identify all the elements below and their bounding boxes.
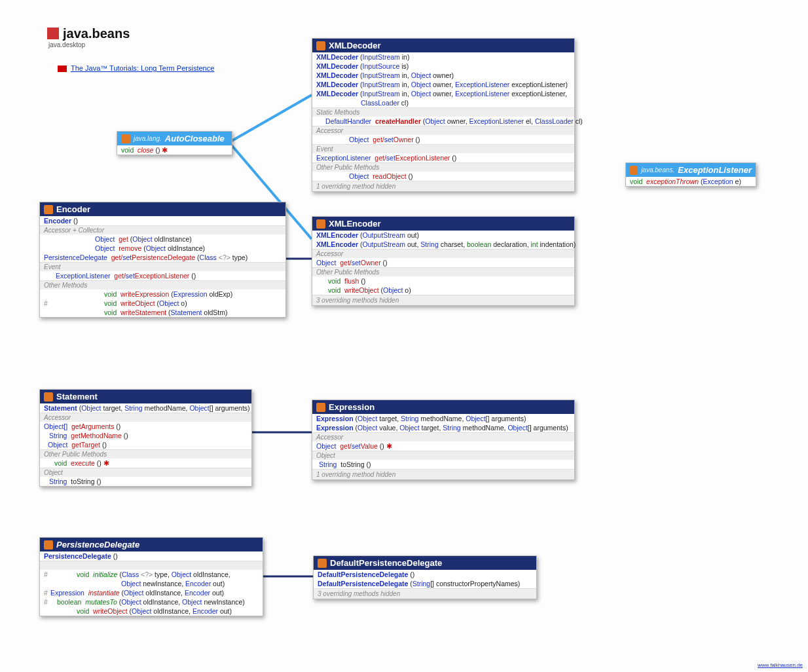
cup-icon [121, 134, 130, 143]
overriding-note: 3 overriding methods hidden [312, 295, 574, 305]
class-header: XMLDecoder [312, 39, 574, 52]
method-exceptionlistener: ExceptionListener get/setExceptionListen… [312, 153, 574, 162]
method-owner: Object get/setOwner () [312, 258, 574, 267]
method-remove: Object remove (Object oldInstance) [40, 244, 285, 253]
class-header: java.beans.ExceptionListener [626, 163, 756, 177]
method-getmethodname: String getMethodName () [40, 431, 251, 440]
ctor-cont: ClassLoader cl) [312, 98, 574, 107]
method-value: Object get/setValue () ✱ [312, 441, 574, 451]
method-close: void close () ✱ [117, 145, 232, 155]
method-exceptionthrown: void exceptionThrown (Exception e) [626, 177, 756, 186]
package-title: java.beans [47, 26, 130, 41]
method-writeexpression: void writeExpression (Expression oldExp) [40, 289, 285, 299]
section-label: Accessor [312, 432, 574, 441]
cup-icon [44, 392, 53, 401]
cup-icon [318, 559, 327, 568]
method-writeobject: void writeObject (Object o) [312, 286, 574, 295]
class-header: XMLEncoder [312, 217, 574, 231]
ctor: XMLDecoder (InputSource is) [312, 62, 574, 71]
class-header: java.lang.AutoCloseable [117, 132, 232, 145]
module-label: java.desktop [48, 41, 85, 48]
overriding-note: 1 overriding method hidden [312, 181, 574, 191]
overriding-note: 3 overriding methods hidden [314, 588, 536, 599]
method-flush: void flush () [312, 276, 574, 286]
method-initialize: #void initialize (Class <?> type, Object… [40, 570, 263, 579]
footer-link[interactable]: www.falkhausen.de [758, 662, 803, 668]
overriding-note: 1 overriding method hidden [312, 469, 574, 479]
class-statement: Statement Statement (Object target, Stri… [39, 389, 252, 487]
ctor: XMLEncoder (OutputStream out, String cha… [312, 240, 574, 249]
method-writeobject: void writeObject (Object oldInstance, En… [40, 607, 263, 616]
class-persistencedelegate: PersistenceDelegate PersistenceDelegate … [39, 537, 263, 616]
method-tostring: String toString () [312, 460, 574, 469]
method-readobject: Object readObject () [312, 172, 574, 181]
section-label: Object [40, 468, 251, 477]
ctor: DefaultPersistenceDelegate (String[] con… [314, 579, 536, 588]
class-expression: Expression Expression (Object target, St… [312, 400, 575, 480]
class-xmlencoder: XMLEncoder XMLEncoder (OutputStream out)… [312, 216, 575, 306]
method-writestatement: void writeStatement (Statement oldStm) [40, 308, 285, 317]
method-instantiate: #Expression instantiate (Object oldInsta… [40, 588, 263, 597]
method-exceptionlistener: ExceptionListener get/setExceptionListen… [40, 271, 285, 280]
class-header: Encoder [40, 202, 285, 216]
section-label: Other Methods [40, 280, 285, 289]
java-icon [47, 28, 59, 39]
section-label: Event [40, 262, 285, 271]
method-execute: void execute () ✱ [40, 458, 251, 468]
ctor: XMLEncoder (OutputStream out) [312, 231, 574, 240]
method-createhandler: DefaultHandler createHandler (Object own… [312, 117, 574, 126]
ctor: PersistenceDelegate () [40, 551, 263, 561]
cup-icon [44, 205, 53, 214]
section-label: Accessor [312, 126, 574, 135]
method-writeobject: #void writeObject (Object o) [40, 299, 285, 308]
ctor: Encoder () [40, 216, 285, 225]
ctor: Expression (Object target, String method… [312, 414, 574, 423]
ctor: Statement (Object target, String methodN… [40, 403, 251, 413]
method-initialize-cont: Object newInstance, Encoder out) [40, 579, 263, 588]
cup-icon [316, 219, 325, 229]
svg-line-0 [232, 95, 312, 141]
method-tostring: String toString () [40, 477, 251, 486]
method-owner: Object get/setOwner () [312, 135, 574, 144]
ctor: XMLDecoder (InputStream in) [312, 52, 574, 62]
interface-autocloseable: java.lang.AutoCloseable void close () ✱ [117, 131, 232, 155]
class-header: Expression [312, 400, 574, 414]
section-label: Event [312, 144, 574, 153]
cup-icon [316, 41, 325, 50]
method-mutatesto: #boolean mutatesTo (Object oldInstance, … [40, 597, 263, 607]
class-defaultpersistencedelegate: DefaultPersistenceDelegate DefaultPersis… [313, 555, 537, 599]
ctor: XMLDecoder (InputStream in, Object owner… [312, 80, 574, 89]
section-label: Other Public Methods [40, 449, 251, 458]
section-label: Accessor [312, 249, 574, 258]
tutorial-link[interactable]: The Java™ Tutorials: Long Term Persisten… [58, 64, 214, 72]
cup-icon [44, 540, 53, 550]
section-label: Other Public Methods [312, 162, 574, 172]
section-label: Accessor + Collector [40, 225, 285, 234]
method-gettarget: Object getTarget () [40, 440, 251, 449]
ctor: XMLDecoder (InputStream in, Object owner… [312, 71, 574, 80]
ctor: DefaultPersistenceDelegate () [314, 570, 536, 579]
method-getarguments: Object[] getArguments () [40, 422, 251, 431]
ctor: Expression (Object value, Object target,… [312, 423, 574, 432]
class-header: Statement [40, 390, 251, 403]
interface-exceptionlistener: java.beans.ExceptionListener void except… [625, 162, 756, 187]
section-label: Static Methods [312, 107, 574, 117]
section-label [40, 561, 263, 570]
cup-icon [630, 166, 638, 175]
ctor: XMLDecoder (InputStream in, Object owner… [312, 89, 574, 98]
class-xmldecoder: XMLDecoder XMLDecoder (InputStream in) X… [312, 38, 575, 192]
class-header: DefaultPersistenceDelegate [314, 556, 536, 570]
cup-icon [316, 403, 325, 412]
oracle-icon [58, 65, 67, 72]
section-label: Accessor [40, 413, 251, 422]
section-label: Other Public Methods [312, 267, 574, 276]
method-persistencedelegate: PersistenceDelegate get/setPersistenceDe… [40, 253, 285, 262]
class-encoder: Encoder Encoder () Accessor + Collector … [39, 202, 286, 318]
method-get: Object get (Object oldInstance) [40, 234, 285, 244]
class-header: PersistenceDelegate [40, 538, 263, 551]
section-label: Object [312, 451, 574, 460]
